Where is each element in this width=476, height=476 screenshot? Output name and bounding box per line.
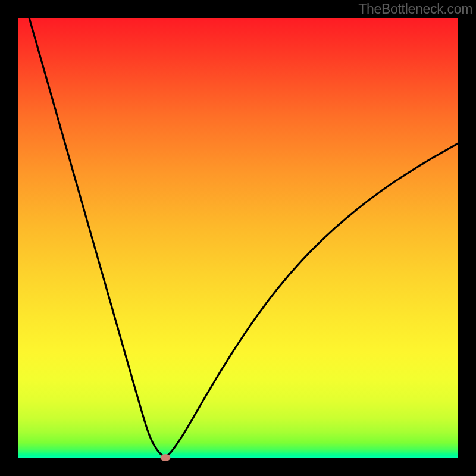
bottleneck-curve <box>18 18 458 458</box>
minimum-marker <box>160 454 170 461</box>
attribution-text: TheBottleneck.com <box>358 1 472 17</box>
chart-frame <box>18 18 458 458</box>
